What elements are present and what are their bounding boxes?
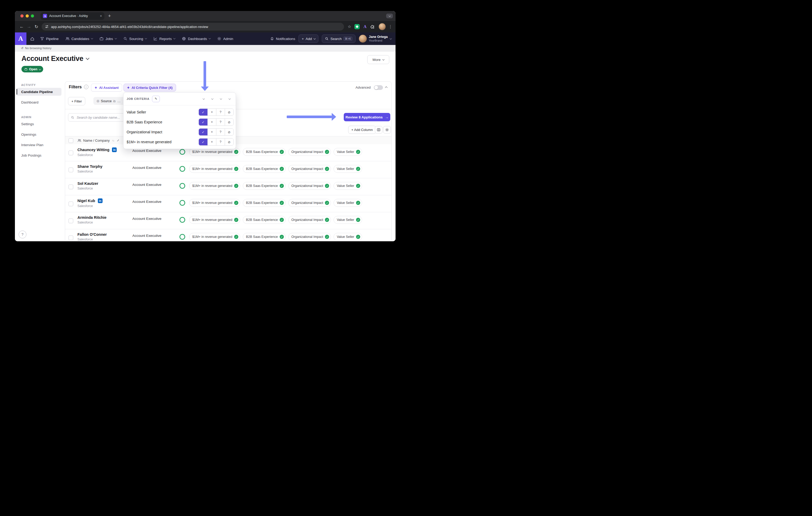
candidate-name[interactable]: Fallon O'Conner	[78, 232, 107, 237]
table-row[interactable]: Sol Kautzer in Salesforce Account Execut…	[65, 178, 392, 195]
new-tab-button[interactable]: +	[108, 13, 111, 19]
dropdown-title: JOB CRITERIA	[126, 97, 149, 100]
help-button[interactable]: ?	[19, 231, 26, 238]
criteria-unknown-button[interactable]: ?	[216, 119, 225, 125]
site-info-icon[interactable]	[45, 25, 49, 29]
sidebar-item-settings[interactable]: Settings	[17, 120, 61, 128]
address-bar[interactable]: app.ashbyhq.com/jobs/e24f3252-484a-4654-…	[41, 23, 344, 31]
chevron-down-icon	[209, 37, 211, 39]
tab-title: Account Executive · Ashby	[49, 14, 98, 18]
review-applications-button[interactable]: Review 8 Applications →	[344, 113, 390, 121]
select-all-checkbox[interactable]	[68, 138, 73, 143]
row-checkbox[interactable]	[68, 218, 73, 223]
add-column-button[interactable]: + Add Column	[348, 126, 376, 134]
criteria-pill: B2B Saas Experience ✓	[243, 216, 286, 224]
row-checkbox[interactable]	[68, 185, 73, 189]
sidebar-item-candidate-pipeline[interactable]: Candidate Pipeline	[17, 88, 61, 96]
edit-criteria-button[interactable]: ✎	[152, 96, 160, 102]
name-company-header[interactable]: Name / Company	[83, 139, 110, 143]
chevron-down-icon[interactable]	[216, 98, 225, 99]
sidebar-item-dashboard[interactable]: Dashboard	[17, 98, 61, 106]
nav-item-pipeline[interactable]: Pipeline	[37, 32, 62, 45]
bookmark-star-icon[interactable]: ☆	[348, 24, 351, 29]
info-icon[interactable]: i	[84, 85, 88, 89]
criteria-unknown-button[interactable]: ?	[216, 109, 225, 116]
nav-item-jobs[interactable]: Jobs	[96, 32, 120, 45]
ashby-logo[interactable]: A	[15, 32, 26, 45]
criteria-exclude-button[interactable]: ×	[207, 139, 216, 145]
sidebar-item-interview-plan[interactable]: Interview Plan	[17, 141, 61, 149]
advanced-toggle[interactable]	[374, 85, 383, 90]
home-icon[interactable]	[30, 37, 34, 41]
tab-search-button[interactable]	[386, 13, 393, 18]
columns-icon[interactable]	[375, 126, 382, 133]
chevron-down-icon[interactable]	[208, 98, 216, 99]
chevron-down-icon[interactable]	[225, 98, 234, 99]
table-row[interactable]: Nigel Kub in Salesforce Account Executiv…	[65, 195, 392, 212]
candidate-name[interactable]: Nigel Kub	[78, 199, 95, 203]
sidebar-item-job-postings[interactable]: Job Postings	[17, 151, 61, 159]
candidate-name[interactable]: Arminda Ritchie	[78, 215, 107, 219]
linkedin-icon[interactable]: in	[98, 199, 103, 203]
collapse-filters-icon[interactable]	[385, 87, 388, 89]
candidate-name[interactable]: Chauncey Witting	[78, 148, 109, 152]
criteria-unknown-button[interactable]: ?	[216, 129, 225, 135]
nav-item-candidates[interactable]: Candidates	[62, 32, 96, 45]
criteria-exclude-button[interactable]: ×	[207, 119, 216, 125]
extension-icon-green[interactable]	[354, 24, 360, 29]
criteria-exclude-button[interactable]: ×	[207, 109, 216, 116]
nav-item-admin[interactable]: Admin	[214, 32, 236, 45]
criteria-pill: B2B Saas Experience ✓	[243, 148, 286, 156]
reload-icon[interactable]: ↻	[33, 23, 40, 30]
linkedin-icon[interactable]: in	[112, 147, 117, 152]
candidate-name[interactable]: Sol Kautzer	[78, 181, 98, 186]
table-row[interactable]: Arminda Ritchie in Salesforce Account Ex…	[65, 212, 392, 229]
forward-icon[interactable]: →	[25, 23, 33, 30]
criteria-na-button[interactable]: ⊘	[225, 119, 233, 125]
more-button[interactable]: More	[367, 55, 389, 64]
gear-icon[interactable]	[383, 126, 391, 133]
browser-profile-avatar[interactable]	[379, 23, 386, 30]
nav-item-dashboards[interactable]: Dashboards	[178, 32, 214, 45]
ai-criteria-quick-filter-button[interactable]: ✦ AI Criteria Quick Filter (4)	[123, 84, 176, 91]
chevron-down-icon[interactable]	[86, 56, 89, 60]
pin-icon[interactable]	[116, 139, 120, 142]
zoom-window-button[interactable]	[31, 14, 34, 18]
candidate-name[interactable]: Shane Torphy	[78, 164, 103, 169]
chevron-down-icon[interactable]	[199, 98, 208, 99]
notifications-button[interactable]: Notifications	[270, 37, 295, 41]
job-status-badge[interactable]: Open	[22, 66, 43, 72]
criteria-na-button[interactable]: ⊘	[225, 109, 233, 116]
table-row[interactable]: Shane Torphy in Salesforce Account Execu…	[65, 161, 392, 178]
nav-item-sourcing[interactable]: Sourcing	[120, 32, 150, 45]
close-window-button[interactable]	[21, 14, 24, 18]
back-icon[interactable]: ←	[18, 23, 25, 30]
ai-assistant-button[interactable]: ✦ AI Assistant	[91, 84, 122, 91]
nav-item-reports[interactable]: Reports	[150, 32, 178, 45]
row-checkbox[interactable]	[68, 168, 73, 172]
extension-icon-ashby[interactable]: A	[364, 24, 367, 29]
close-tab-icon[interactable]: ×	[100, 14, 102, 18]
table-row[interactable]: Fallon O'Conner in Salesforce Account Ex…	[65, 229, 392, 241]
criteria-include-button[interactable]: ✓	[199, 109, 207, 116]
criteria-unknown-button[interactable]: ?	[216, 139, 225, 145]
add-button[interactable]: + Add	[298, 34, 318, 43]
browser-menu-icon[interactable]: ⋮	[388, 24, 393, 29]
add-filter-button[interactable]: + Filter	[68, 97, 85, 105]
browser-tab[interactable]: A Account Executive · Ashby ×	[40, 12, 105, 20]
criteria-include-button[interactable]: ✓	[199, 119, 207, 125]
criteria-include-button[interactable]: ✓	[199, 139, 207, 145]
extensions-puzzle-icon[interactable]	[370, 25, 375, 29]
row-checkbox[interactable]	[68, 236, 73, 240]
criteria-include-button[interactable]: ✓	[199, 129, 207, 135]
row-checkbox[interactable]	[68, 202, 73, 206]
user-menu[interactable]: Jane Ortega YourBrand	[359, 35, 392, 42]
criteria-na-button[interactable]: ⊘	[225, 139, 233, 145]
criteria-na-button[interactable]: ⊘	[225, 129, 233, 135]
sort-icon[interactable]: ↑↓	[112, 139, 114, 142]
criteria-exclude-button[interactable]: ×	[207, 129, 216, 135]
minimize-window-button[interactable]	[26, 14, 29, 18]
row-checkbox[interactable]	[68, 151, 73, 155]
global-search-button[interactable]: Search ⌘+K	[322, 34, 355, 43]
sidebar-item-openings[interactable]: Openings	[17, 130, 61, 138]
